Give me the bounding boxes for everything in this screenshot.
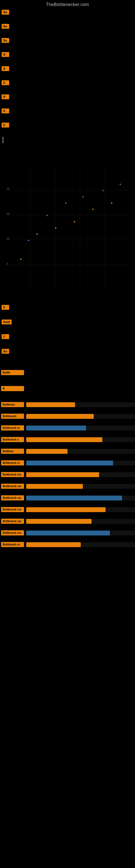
bottleneck-bar-fill-10 — [26, 519, 92, 524]
bottleneck-row-2: Bottleneck re — [1, 425, 135, 431]
bottleneck-bar-fill-5 — [26, 461, 113, 465]
bottleneck-btn-2[interactable]: Bottleneck re — [1, 425, 24, 431]
mid-btn-row-4: Bo — [2, 349, 135, 354]
header-btn-row-9: E — [2, 123, 135, 127]
mid-btn-row-3: C — [2, 334, 135, 339]
bottleneck-bar-container-11 — [26, 531, 135, 535]
bottleneck-btn-4[interactable]: Bottlene — [1, 448, 24, 454]
bottleneck-bar-fill-6 — [26, 472, 99, 477]
bottleneck-bar-container-3 — [26, 437, 135, 442]
bottleneck-bar-fill-3 — [26, 437, 102, 442]
bottleneck-row-1: Bottleneck — [1, 414, 135, 419]
header-btn-e2[interactable]: E — [2, 123, 9, 127]
bottleneck-btn-5[interactable]: Bottleneck re — [1, 460, 24, 465]
bottleneck-bar-container-0 — [26, 402, 135, 407]
vertical-bar-icon — [3, 137, 3, 143]
bottleneck-btn-6[interactable]: Bottleneck res — [1, 472, 24, 477]
bottleneck-bar-container-5 — [26, 461, 135, 465]
bottleneck-row-9: Bottleneck res — [1, 507, 135, 512]
bottleneck-bar-fill-1 — [26, 414, 94, 419]
bottleneck-bar-container-10 — [26, 519, 135, 524]
result-btn-b[interactable]: B — [1, 386, 24, 391]
bottleneck-row-12: Bottleneck re — [1, 542, 135, 547]
bottleneck-bar-container-6 — [26, 472, 135, 477]
header-btn-row-2: Bo — [2, 24, 135, 29]
header-btn-row-1: Bo — [2, 10, 135, 14]
bottleneck-bar-fill-12 — [26, 542, 81, 547]
bottleneck-row-8: Bottleneck res — [1, 495, 135, 500]
bottleneck-bar-container-8 — [26, 496, 135, 500]
bottleneck-bar-container-2 — [26, 426, 135, 431]
bottleneck-btn-3[interactable]: Bottleneck e — [1, 437, 24, 442]
header-btn-bo1[interactable]: Bo — [2, 10, 9, 14]
main-chart: 0 25 50 75 — [5, 165, 130, 290]
bottleneck-row-5: Bottleneck re — [1, 460, 135, 465]
bottleneck-bar-fill-0 — [26, 402, 75, 407]
bottleneck-btn-9[interactable]: Bottleneck res — [1, 507, 24, 512]
header-btn-row-7: B — [2, 94, 135, 99]
site-title: TheBottlenecker.com — [0, 0, 135, 8]
header-btn-e1[interactable]: E — [2, 80, 9, 85]
header-btn-ba[interactable]: Ba — [2, 38, 9, 43]
mid-btn-c[interactable]: C — [2, 334, 9, 339]
bottleneck-btn-0[interactable]: Bottlenec — [1, 402, 24, 407]
header-btn-b4[interactable]: B — [2, 108, 9, 113]
bottleneck-bar-fill-2 — [26, 426, 86, 431]
bottleneck-bar-container-7 — [26, 484, 135, 489]
bottleneck-row-3: Bottleneck e — [1, 437, 135, 442]
bottleneck-row-6: Bottleneck res — [1, 472, 135, 477]
mid-btn-row-1: E — [2, 305, 135, 310]
result-row-bottle: Bottle — [1, 370, 135, 375]
bottleneck-btn-10[interactable]: Bottleneck res — [1, 519, 24, 524]
header-btn-row-6: E — [2, 80, 135, 85]
bottleneck-row-11: Bottleneck res — [1, 530, 135, 535]
mid-btn-bo[interactable]: Bo — [2, 349, 9, 354]
mid-btn-e[interactable]: E — [2, 305, 9, 310]
mid-btn-bottl[interactable]: Bottl — [2, 319, 12, 324]
bottleneck-btn-8[interactable]: Bottleneck res — [1, 495, 24, 500]
bottleneck-bar-container-4 — [26, 449, 135, 454]
bottleneck-bar-container-9 — [26, 507, 135, 512]
bottleneck-bar-container-12 — [26, 542, 135, 547]
result-row-b: B — [1, 386, 135, 391]
bottleneck-bar-fill-11 — [26, 531, 110, 535]
bottleneck-bar-container-1 — [26, 414, 135, 419]
bottleneck-btn-12[interactable]: Bottleneck re — [1, 542, 24, 547]
header-btn-row-8: B — [2, 108, 135, 113]
result-btn-bottle[interactable]: Bottle — [1, 370, 24, 375]
header-btn-b3[interactable]: B — [2, 94, 9, 99]
header-btn-row-10 — [2, 137, 135, 143]
header-btn-row-5: B — [2, 66, 135, 71]
bottleneck-bar-fill-8 — [26, 496, 122, 500]
y-axis-label-2: 25 — [7, 237, 9, 240]
bottleneck-row-0: Bottlenec — [1, 402, 135, 407]
header-btn-row-4: B — [2, 52, 135, 57]
header-btn-row-3: Ba — [2, 38, 135, 43]
y-axis-label-3: 50 — [7, 212, 9, 215]
bottleneck-row-7: Bottleneck res — [1, 484, 135, 489]
y-axis-label-1: 0 — [7, 262, 8, 265]
bottleneck-row-10: Bottleneck res — [1, 519, 135, 524]
header-btn-b1[interactable]: B — [2, 52, 9, 57]
bottleneck-bar-fill-9 — [26, 507, 105, 512]
bottleneck-btn-11[interactable]: Bottleneck res — [1, 530, 24, 535]
bottleneck-bar-fill-4 — [26, 449, 68, 454]
bottleneck-results-list: BottlenecBottleneckBottleneck reBottlene… — [0, 402, 135, 551]
header-btn-bo2[interactable]: Bo — [2, 24, 9, 29]
bottleneck-bar-fill-7 — [26, 484, 83, 489]
bottleneck-btn-1[interactable]: Bottleneck — [1, 414, 24, 419]
y-axis-label-4: 75 — [7, 187, 9, 190]
header-btn-b2[interactable]: B — [2, 66, 9, 71]
mid-btn-row-2: Bottl — [2, 319, 135, 324]
bottleneck-btn-7[interactable]: Bottleneck res — [1, 484, 24, 489]
bottleneck-row-4: Bottlene — [1, 448, 135, 454]
